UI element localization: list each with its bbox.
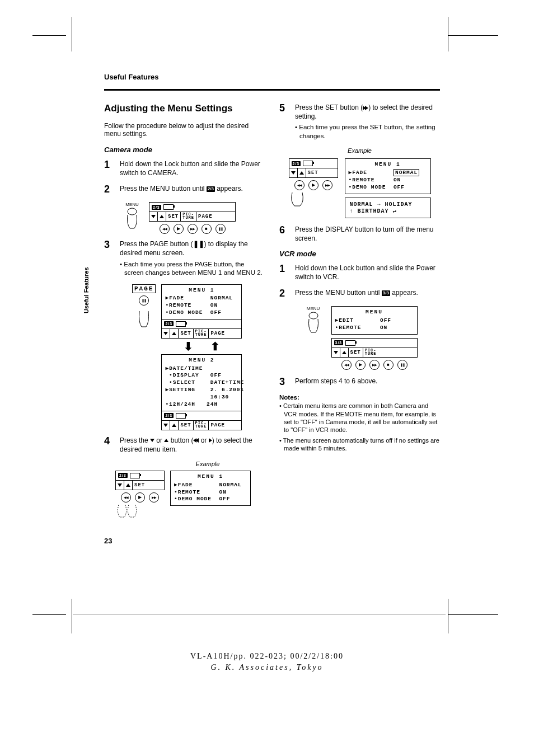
step-number: 3 [279,377,289,388]
fast-forward-icon [369,360,380,370]
step-text: Hold down the Lock button and slide the … [295,264,440,281]
osd-menu1-highlight: MENU 1▶FADE NORMAL •REMOTE ON •DEMO MODE… [345,158,431,194]
step-5: 5 Press the SET button () to select the … [279,103,440,140]
note-item: • The menu screen automatically turns of… [284,436,440,453]
softkey-panel: 2/3 SET PIC-TURE PAGE [149,202,236,234]
control-panel: 2/3 SET [115,471,165,520]
mode-chip: 2/3 [207,186,215,192]
pause-icon [397,360,407,370]
step-number: 2 [104,184,114,195]
rewind-icon [341,360,352,370]
setting-cycle-box: NORMAL → HOLIDAY ↑ BIRTHDAY ↵ [345,198,431,218]
footer-line-1: VL-A10H/pp. 022-023; 00/2/2/18:00 [0,652,534,661]
vcr-mode-heading: VCR mode [279,250,440,258]
example-label: Example [279,147,440,154]
step-text: Hold down the Lock button and slide the … [120,159,265,177]
step-number: 3 [104,240,114,277]
step-number: 5 [279,103,289,140]
softkey-row: SETPIC-TURE [331,348,418,358]
down-triangle-icon [150,439,154,442]
osd-menu1: MENU 1▶FADE NORMAL •REMOTE ON •DEMO MODE… [161,284,242,320]
camera-step-1: 1 Hold down the Lock button and slide th… [104,159,265,177]
footer-line-2: G. K. Associates, Tokyo [0,663,534,672]
step-text: Press the MENU button until 3/3 appears. [295,288,418,299]
battery-icon [163,204,174,210]
rewind-icon [121,492,131,503]
finger-icon [289,190,306,207]
step-number: 1 [279,264,289,281]
spine-label: Useful Features [83,267,90,313]
step-number: 1 [104,159,114,177]
stop-icon [383,360,394,370]
step-text: Press the DISPLAY button to turn off the… [295,225,440,243]
running-head: Useful Features [104,73,440,81]
fast-forward-icon [149,492,159,503]
intro-text: Follow the procedure below to adjust the… [104,122,265,138]
stop-icon [202,224,212,234]
up-arrow-icon [160,215,164,218]
header-rule [104,89,440,91]
menu-button-figure: MENU [121,202,143,229]
step-note: • Each time you press the SET button, th… [299,123,440,140]
note-item: • Certain menu items are common in both … [284,402,440,434]
mode-chip: 3/3 [382,290,390,296]
softkey-row: SETPIC-TUREPAGE [161,329,242,339]
osd-menu1-example: MENU 1▶FADE NORMAL •REMOTE ON •DEMO MODE… [170,471,251,506]
notes-heading: Notes: [279,394,440,401]
mode-chip-icon: 2/3 [152,205,161,210]
step-number: 6 [279,225,289,243]
camera-step-3: 3 Press the PAGE button (❚❚) to display … [104,240,265,277]
step-note: • Each time you press the PAGE button, t… [124,260,265,278]
fast-forward-icon [322,180,332,190]
play-icon [308,180,318,190]
finger-icon [137,308,151,328]
down-arrow-icon: ⬇ [184,340,193,353]
rewind-icon [160,224,170,234]
vcr-step-2: 2 Press the MENU button until 3/3 appear… [279,288,440,299]
finger-icon [115,503,138,518]
play-icon [355,360,366,370]
step-number: 4 [104,436,114,454]
step-text: Press the or button ( or ) to select the… [120,436,265,454]
vcr-step-3: 3 Perform steps 4 to 6 above. [279,377,440,388]
svg-point-0 [128,208,137,215]
step-text: Press the MENU button until 2/3 appears. [120,184,243,195]
camera-mode-heading: Camera mode [104,145,265,154]
battery-icon [176,321,186,327]
camera-step-4: 4 Press the or button ( or ) to select t… [104,436,265,454]
play-icon [135,492,145,503]
pause-icon [216,224,226,234]
osd-vcr-menu: MENU▶EDIT OFF •REMOTE ON [331,306,418,334]
fast-forward-icon [188,224,198,234]
page-number: 23 [104,537,440,545]
example-label: Example [171,461,244,467]
step-6: 6 Press the DISPLAY button to turn off t… [279,225,440,243]
softkey-row: SET PIC-TURE PAGE [149,212,236,222]
osd-menu2: MENU 2▶DATE/TIME •DISPLAY OFF •SELECT DA… [161,354,242,411]
play-icon [174,224,184,234]
step-text: Press the SET button () to select the de… [295,103,440,140]
page-title: Adjusting the Menu Settings [104,103,265,114]
menu-button-figure: MENU [302,306,325,334]
up-arrow-icon: ⬆ [210,340,220,353]
step-number: 2 [279,288,289,299]
page-button-label: PAGE [132,284,156,293]
step-text: Perform steps 4 to 6 above. [295,377,377,388]
control-panel: 2/3 SET [289,158,338,209]
step-text: Press the PAGE button (❚❚) to display th… [120,240,265,277]
camera-step-2: 2 Press the MENU button until 2/3 appear… [104,184,265,195]
svg-point-1 [309,312,318,319]
rewind-icon [294,180,305,190]
pause-icon [139,295,149,306]
vcr-step-1: 1 Hold down the Lock button and slide th… [279,264,440,281]
down-arrow-icon [151,215,156,218]
